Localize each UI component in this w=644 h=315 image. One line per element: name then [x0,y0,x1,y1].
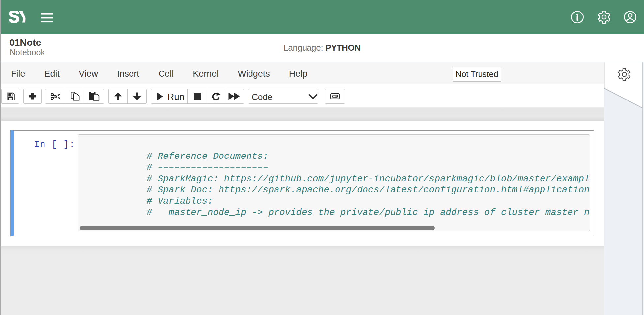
svg-text:S: S [9,11,20,23]
